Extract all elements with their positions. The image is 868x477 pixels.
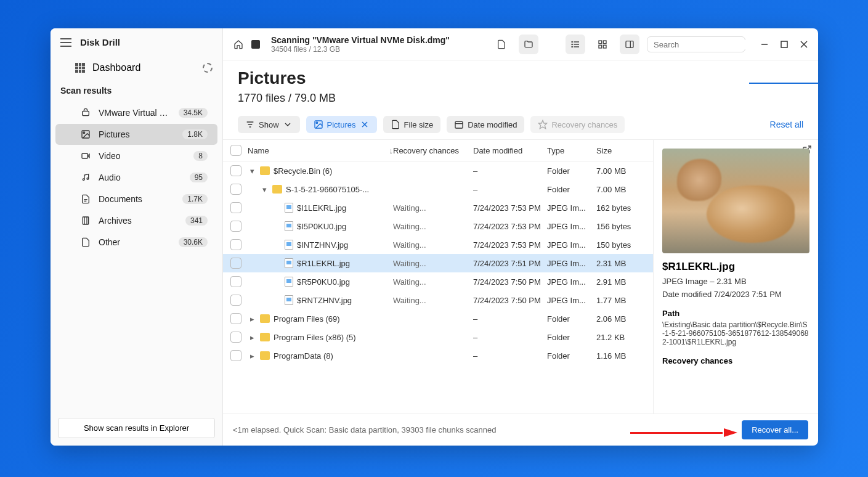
expander-icon[interactable]: ▸ (248, 314, 256, 324)
expander-icon[interactable]: ▾ (248, 166, 256, 176)
close-icon[interactable] (800, 40, 808, 49)
row-checkbox[interactable] (230, 258, 241, 269)
row-checkbox[interactable] (230, 239, 241, 250)
sidebar-item-icon (80, 107, 91, 118)
column-size[interactable]: Size (596, 146, 646, 155)
reset-all-link[interactable]: Reset all (770, 120, 803, 129)
search-input[interactable] (654, 40, 757, 49)
stop-icon[interactable] (251, 40, 260, 49)
list-view-icon[interactable] (566, 35, 585, 54)
pictures-chip[interactable]: Pictures (306, 116, 377, 133)
row-size: 156 bytes (596, 222, 646, 231)
grid-view-icon[interactable] (593, 35, 612, 54)
row-type: JPEG Im... (547, 259, 596, 268)
row-name: $R1LEKRL.jpg (297, 259, 350, 268)
row-size: 1.77 MB (596, 296, 646, 305)
table-row[interactable]: $INTZHNV.jpg Waiting... 7/24/2023 7:53 P… (223, 235, 653, 254)
row-checkbox[interactable] (230, 221, 241, 232)
table-row[interactable]: ▸Program Files (x86) (5) – Folder 21.2 K… (223, 328, 653, 346)
sidebar-item-label: Pictures (99, 129, 175, 139)
table-row[interactable]: ▾$Recycle.Bin (6) – Folder 7.00 MB (223, 161, 653, 180)
row-recovery: Waiting... (393, 277, 473, 287)
sidebar-item-archives[interactable]: Archives341 (55, 210, 217, 231)
expander-icon[interactable]: ▸ (248, 333, 256, 342)
sidebar-item-vmware-virtual-nvme-[interactable]: VMware Virtual NVMe...34.5K (55, 102, 217, 123)
folder-view-icon[interactable] (519, 35, 538, 54)
table-row[interactable]: $R1LEKRL.jpg Waiting... 7/24/2023 7:51 P… (223, 254, 653, 272)
file-icon (285, 277, 293, 287)
column-recovery[interactable]: Recovery chances (393, 146, 473, 155)
row-size: 2.91 MB (596, 277, 646, 287)
expander-icon[interactable]: ▾ (260, 185, 269, 194)
table-row[interactable]: $I5P0KU0.jpg Waiting... 7/24/2023 7:53 P… (223, 217, 653, 235)
row-name: $I5P0KU0.jpg (297, 222, 346, 231)
folder-icon (260, 333, 270, 341)
file-view-icon[interactable] (492, 35, 511, 54)
table-row[interactable]: ▸ProgramData (8) – Folder 1.16 MB (223, 346, 653, 365)
column-date[interactable]: Date modified (473, 146, 547, 155)
file-icon (391, 120, 400, 129)
recover-all-button[interactable]: Recover all... (742, 420, 808, 439)
table-row[interactable]: $RNTZHNV.jpg Waiting... 7/24/2023 7:50 P… (223, 291, 653, 309)
row-checkbox[interactable] (230, 332, 241, 343)
scan-info: Scanning "VMware Virtual NVMe Disk.dmg" … (271, 35, 450, 54)
topbar: Scanning "VMware Virtual NVMe Disk.dmg" … (223, 28, 818, 61)
row-checkbox[interactable] (230, 202, 241, 213)
table-row[interactable]: ▸Program Files (69) – Folder 2.06 MB (223, 309, 653, 328)
footer: <1m elapsed. Quick Scan: Basic data part… (223, 414, 818, 446)
search-box[interactable] (647, 36, 745, 52)
select-all-checkbox[interactable] (230, 145, 241, 156)
scan-subtitle: 34504 files / 12.3 GB (271, 45, 450, 54)
minimize-icon[interactable] (760, 40, 769, 49)
filesize-chip[interactable]: File size (383, 116, 441, 133)
table-row[interactable]: $I1LEKRL.jpg Waiting... 7/24/2023 7:53 P… (223, 198, 653, 217)
table-row[interactable]: ▾S-1-5-21-966075105-... – Folder 7.00 MB (223, 180, 653, 198)
svg-rect-16 (599, 41, 602, 44)
show-chip[interactable]: Show (238, 116, 300, 133)
column-type[interactable]: Type (547, 146, 596, 155)
sidebar-item-documents[interactable]: Documents1.7K (55, 189, 217, 210)
row-type: Folder (547, 166, 596, 176)
maximize-icon[interactable] (780, 40, 789, 49)
svg-rect-18 (599, 45, 602, 48)
expander-icon[interactable]: ▸ (248, 351, 256, 361)
sidebar-item-pictures[interactable]: Pictures1.8K (55, 124, 217, 145)
row-name: $RNTZHNV.jpg (297, 296, 352, 305)
row-date: – (473, 185, 547, 194)
svg-rect-7 (83, 217, 88, 224)
sidebar-item-icon (80, 150, 91, 161)
sidebar-item-audio[interactable]: Audio95 (55, 167, 217, 188)
row-checkbox[interactable] (230, 313, 241, 324)
dashboard-nav[interactable]: Dashboard (51, 56, 222, 80)
row-type: JPEG Im... (547, 240, 596, 250)
row-checkbox[interactable] (230, 184, 241, 195)
file-table: Name↓ Recovery chances Date modified Typ… (223, 140, 653, 414)
folder-icon (260, 166, 270, 175)
row-name: $R5P0KU0.jpg (297, 277, 350, 287)
svg-point-3 (83, 179, 84, 181)
preview-pane-icon[interactable] (620, 35, 639, 54)
row-checkbox[interactable] (230, 276, 241, 287)
datemod-chip[interactable]: Date modified (447, 116, 524, 133)
preview-filename: $R1LEKRL.jpg (662, 261, 809, 273)
file-icon (285, 258, 293, 268)
sidebar-item-icon (80, 194, 91, 205)
recchance-chip[interactable]: Recovery chances (530, 116, 625, 133)
sidebar-header: Disk Drill (51, 28, 222, 56)
hamburger-icon[interactable] (60, 38, 71, 47)
file-icon (285, 203, 293, 213)
row-checkbox[interactable] (230, 350, 241, 361)
table-row[interactable]: $R5P0KU0.jpg Waiting... 7/24/2023 7:50 P… (223, 272, 653, 291)
sidebar-item-video[interactable]: Video8 (55, 145, 217, 166)
row-checkbox[interactable] (230, 295, 241, 306)
column-name[interactable]: Name↓ (248, 146, 393, 155)
row-date: 7/24/2023 7:53 PM (473, 240, 547, 250)
show-in-explorer-button[interactable]: Show scan results in Explorer (58, 418, 215, 438)
row-checkbox[interactable] (230, 165, 241, 176)
remove-chip-icon[interactable] (360, 120, 370, 129)
row-name: Program Files (69) (274, 314, 340, 324)
row-size: 7.00 MB (596, 166, 646, 176)
sidebar-item-other[interactable]: Other30.6K (55, 232, 217, 253)
folder-icon (260, 314, 270, 323)
home-icon[interactable] (233, 39, 244, 50)
